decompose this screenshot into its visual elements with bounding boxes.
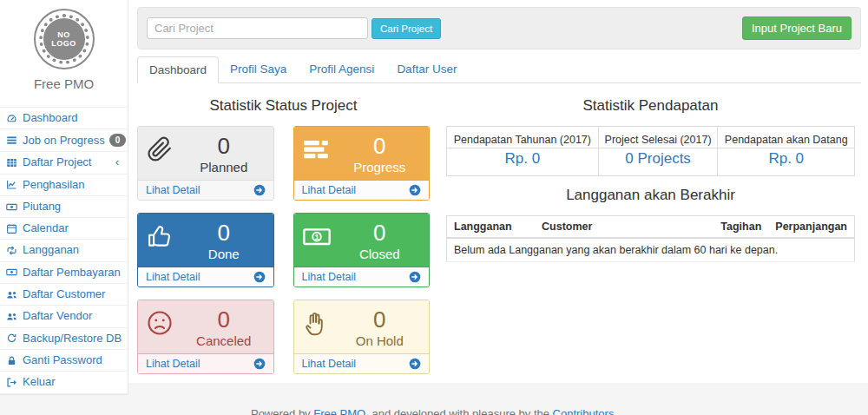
line-chart-icon — [6, 179, 18, 190]
done-lihat-detail-link[interactable]: Lihat Detail — [146, 271, 266, 283]
sidebar-item-calendar[interactable]: Calendar — [0, 218, 128, 239]
users-icon — [6, 311, 18, 322]
page-footer: Powered by Free PMO, and developed with … — [0, 395, 868, 415]
sidebar-item-piutang[interactable]: Piutang — [0, 196, 128, 217]
sidebar-item-job-on-progress[interactable]: Job on Progress 0 — [0, 129, 128, 151]
sidebar-item-label: Daftar Pembayaran — [23, 267, 122, 279]
planned-label: Planned — [183, 160, 265, 175]
list-icon — [6, 135, 18, 146]
money-icon: 1 — [303, 221, 339, 262]
sidebar-item-penghasilan[interactable]: Penghasilan — [0, 175, 128, 195]
status-card-planned: 0 Planned Lihat Detail — [137, 126, 274, 201]
users-icon — [6, 289, 18, 300]
chevron-left-icon[interactable]: ‹ — [115, 156, 122, 168]
arrow-circle-right-icon[interactable] — [409, 358, 421, 370]
money-icon — [6, 267, 18, 278]
income-col-value: 0 Projects — [598, 148, 718, 176]
subs-col-langganan: Langganan — [447, 216, 536, 239]
free-pmo-link[interactable]: Free PMO — [313, 407, 365, 415]
tab-daftar-user[interactable]: Daftar User — [385, 56, 468, 83]
income-col-header: Pendapatan akan Datang — [718, 127, 855, 148]
arrow-circle-right-icon[interactable] — [253, 358, 266, 370]
no-logo-seal-icon: NO LOGO — [34, 9, 95, 69]
income-col-header: Pendapatan Tahunan (2017) — [447, 127, 599, 148]
sidebar-item-daftar-project[interactable]: Daftar Project ‹ — [0, 152, 128, 173]
closed-count: 0 — [339, 221, 421, 247]
search-input[interactable] — [147, 17, 368, 39]
job-count-badge: 0 — [109, 134, 127, 147]
sidebar-item-label: Backup/Restore DB — [23, 333, 122, 345]
income-col-value: Rp. 0 — [718, 148, 855, 176]
brand-logo: NO LOGO Free PMO — [0, 0, 128, 98]
tasks-icon — [303, 134, 339, 175]
contributors-link[interactable]: Contributors — [553, 407, 615, 415]
retweet-icon — [6, 245, 18, 256]
sidebar-item-label: Penghasilan — [23, 179, 122, 191]
sidebar-item-label: Ganti Password — [23, 354, 122, 366]
sidebar-item-label: Calendar — [23, 222, 122, 234]
income-table: Pendapatan Tahunan (2017) Project Selesa… — [446, 126, 855, 176]
sidebar-item-label: Dashboard — [23, 112, 122, 124]
status-card-canceled: 0 Canceled Lihat Detail — [137, 300, 274, 374]
frown-icon — [147, 307, 183, 349]
status-section-title: Statistik Status Project — [137, 97, 430, 115]
subs-empty-message: Belum ada Langganan yang akan berakhir d… — [447, 238, 855, 262]
arrow-circle-right-icon[interactable] — [253, 184, 266, 196]
on-hold-label: On Hold — [339, 333, 421, 349]
hand-icon — [303, 307, 339, 349]
sidebar-item-daftar-customer[interactable]: Daftar Customer — [0, 284, 128, 305]
footer-text: , and developed with pleasure by the — [365, 407, 552, 415]
arrow-circle-right-icon[interactable] — [409, 184, 421, 196]
status-card-done: 0 Done Lihat Detail — [137, 213, 274, 287]
sidebar-item-ganti-password[interactable]: Ganti Password — [0, 350, 128, 371]
done-count: 0 — [183, 221, 265, 247]
progress-label: Progress — [339, 160, 421, 175]
arrow-circle-right-icon[interactable] — [253, 271, 266, 283]
search-toolbar: Cari Project Input Project Baru — [137, 7, 861, 49]
planned-lihat-detail-link[interactable]: Lihat Detail — [146, 184, 266, 196]
logo-text-line1: NO — [57, 30, 70, 39]
input-project-baru-button[interactable]: Input Project Baru — [742, 16, 852, 40]
closed-lihat-detail-link[interactable]: Lihat Detail — [302, 271, 422, 283]
arrow-circle-right-icon[interactable] — [409, 271, 421, 283]
on-hold-lihat-detail-link[interactable]: Lihat Detail — [302, 358, 422, 370]
sidebar-menu: Dashboard Job on Progress 0 Daftar Proje… — [0, 107, 128, 394]
paperclip-icon — [147, 134, 183, 175]
closed-label: Closed — [339, 247, 421, 262]
progress-count: 0 — [339, 134, 421, 160]
sidebar-item-dashboard[interactable]: Dashboard — [0, 108, 128, 128]
table-icon — [6, 157, 18, 168]
sidebar-item-backup-restore-db[interactable]: Backup/Restore DB — [0, 328, 128, 349]
tab-dashboard[interactable]: Dashboard — [137, 56, 219, 83]
footer-text: . — [614, 407, 617, 415]
sign-out-icon — [6, 377, 18, 388]
table-row: Belum ada Langganan yang akan berakhir d… — [447, 238, 855, 262]
app-name: Free PMO — [0, 76, 128, 91]
logo-text-line2: LOGO — [51, 39, 76, 48]
sidebar: NO LOGO Free PMO Dashboard Job on Progre… — [0, 0, 128, 395]
sidebar-item-daftar-vendor[interactable]: Daftar Vendor — [0, 306, 128, 326]
sidebar-item-keluar[interactable]: Keluar — [0, 372, 128, 392]
sidebar-item-langganan[interactable]: Langganan — [0, 240, 128, 260]
status-card-progress: 0 Progress Lihat Detail — [293, 126, 431, 201]
search-button[interactable]: Cari Project — [372, 18, 441, 39]
tab-profil-saya[interactable]: Profil Saya — [219, 56, 298, 83]
income-col-header: Project Selesai (2017) — [598, 127, 718, 148]
thumbs-up-icon — [147, 221, 183, 262]
progress-lihat-detail-link[interactable]: Lihat Detail — [302, 184, 422, 196]
sidebar-item-daftar-pembayaran[interactable]: Daftar Pembayaran — [0, 262, 128, 283]
app-window: NO LOGO Free PMO Dashboard Job on Progre… — [0, 0, 868, 395]
tab-profil-agensi[interactable]: Profil Agensi — [298, 56, 385, 83]
refresh-icon — [6, 333, 18, 344]
money-icon — [6, 201, 18, 213]
canceled-lihat-detail-link[interactable]: Lihat Detail — [146, 358, 266, 370]
status-section: Statistik Status Project 0 Planned — [137, 87, 430, 374]
canceled-count: 0 — [183, 307, 265, 333]
sidebar-item-label: Piutang — [23, 201, 122, 213]
sidebar-item-label: Job on Progress — [23, 135, 105, 147]
dashboard-icon — [6, 113, 18, 124]
subs-col-perpanjangan: Perpanjangan — [768, 216, 854, 239]
sidebar-item-label: Keluar — [23, 376, 122, 388]
status-card-closed: 1 0 Closed Lihat Detail — [293, 213, 431, 287]
status-card-on-hold: 0 On Hold Lihat Detail — [293, 300, 431, 374]
